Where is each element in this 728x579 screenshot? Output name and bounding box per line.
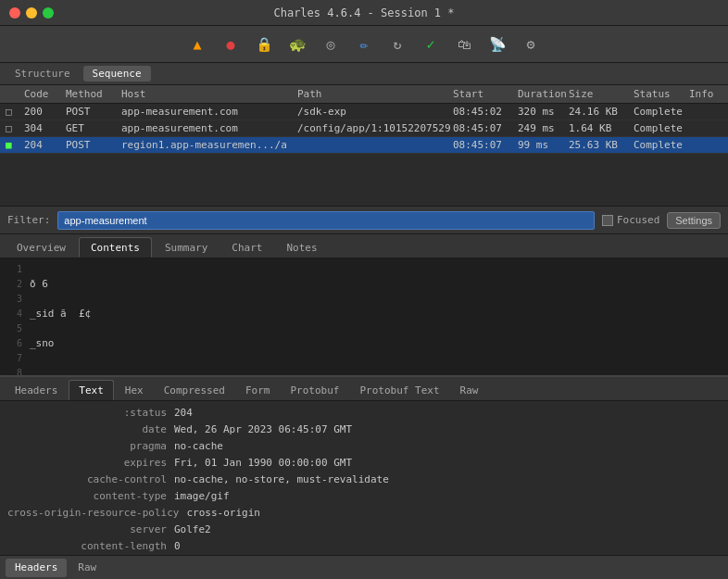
tab-text[interactable]: Text [69, 380, 114, 400]
row-icon: □ [4, 106, 22, 118]
response-row: cross-origin-resource-policy cross-origi… [7, 505, 721, 522]
footer-tab-raw[interactable]: Raw [69, 559, 106, 577]
response-value: image/gif [174, 488, 230, 505]
tab-notes[interactable]: Notes [275, 237, 328, 258]
tab-overview[interactable]: Overview [6, 237, 77, 258]
row-start: 08:45:07 [451, 122, 516, 134]
gear-icon[interactable]: ⚙ [521, 34, 541, 55]
tab-contents[interactable]: Contents [79, 237, 152, 258]
row-start: 08:45:07 [451, 139, 516, 151]
line-number: 4 [0, 307, 30, 321]
tab-sequence[interactable]: Sequence [83, 66, 151, 82]
response-key: :status [7, 405, 174, 422]
response-value: no-cache, no-store, must-revalidate [174, 472, 389, 488]
bag-icon[interactable]: 🛍 [454, 34, 474, 55]
row-code: 200 [22, 106, 64, 118]
table-row[interactable]: □ 304 GET app-measurement.com /config/ap… [0, 120, 728, 137]
table-header: Code Method Host Path Start Duration Siz… [0, 85, 728, 104]
response-value: 0 [174, 538, 181, 555]
tab-protobuf-text[interactable]: Protobuf Text [350, 380, 448, 400]
line-content [30, 321, 728, 336]
row-status: Complete [632, 106, 687, 118]
tab-headers[interactable]: Headers [6, 380, 67, 400]
code-line: 4 _sid ã £¢ [0, 307, 728, 321]
turtle-icon[interactable]: 🐢 [287, 34, 308, 55]
code-line: 8 [0, 366, 728, 375]
tab-hex[interactable]: Hex [116, 380, 153, 400]
main-layout: Structure Sequence Code Method Host Path… [0, 63, 728, 579]
filter-label: Filter: [7, 214, 50, 226]
refresh-icon[interactable]: ↻ [387, 34, 408, 55]
response-row: pragma no-cache [7, 438, 721, 455]
tab-raw[interactable]: Raw [451, 380, 488, 400]
pen-icon[interactable]: ✏ [354, 34, 374, 55]
tab-compressed[interactable]: Compressed [155, 380, 234, 400]
lock-icon[interactable]: 🔒 [254, 34, 274, 55]
line-content: _sid ã £¢ [30, 307, 728, 321]
settings-button[interactable]: Settings [667, 212, 721, 229]
row-icon: □ [4, 122, 22, 134]
row-duration: 99 ms [516, 139, 567, 151]
row-duration: 320 ms [516, 106, 567, 118]
col-path: Path [295, 88, 451, 100]
code-line: 5 [0, 321, 728, 336]
response-key: content-type [7, 488, 174, 505]
window-controls[interactable] [9, 7, 54, 19]
row-host: region1.app-measuremen.../a [119, 139, 295, 151]
tab-structure[interactable]: Structure [6, 66, 80, 82]
table-row[interactable]: ■ 204 POST region1.app-measuremen.../a 0… [0, 137, 728, 154]
response-row: server Golfe2 [7, 522, 721, 538]
response-row: :status 204 [7, 405, 721, 422]
footer-tabs: Headers Raw [0, 555, 728, 579]
row-duration: 249 ms [516, 122, 567, 134]
focused-option: Focused [602, 214, 659, 226]
line-number: 7 [0, 351, 30, 366]
row-path: /sdk-exp [295, 106, 451, 118]
row-method: POST [64, 106, 119, 118]
col-duration: Duration [516, 88, 567, 100]
view-tabs: Structure Sequence [0, 63, 728, 85]
table-row[interactable]: □ 200 POST app-measurement.com /sdk-exp … [0, 104, 728, 120]
response-row: content-type image/gif [7, 488, 721, 505]
row-size: 24.16 KB [567, 106, 632, 118]
content-tabs: Overview Contents Summary Chart Notes [0, 234, 728, 258]
code-line: 1 [0, 262, 728, 277]
footer-tab-headers[interactable]: Headers [6, 559, 67, 577]
response-value: Golfe2 [174, 522, 211, 538]
row-size: 1.64 KB [567, 122, 632, 134]
response-key: pragma [7, 438, 174, 455]
window-title: Charles 4.6.4 - Session 1 * [273, 6, 454, 19]
antenna-icon[interactable]: 📡 [487, 34, 508, 55]
row-size: 25.63 KB [567, 139, 632, 151]
arrow-up-icon[interactable]: ▲ [187, 34, 207, 55]
response-value: no-cache [174, 438, 223, 455]
table-body: □ 200 POST app-measurement.com /sdk-exp … [0, 104, 728, 154]
filter-input[interactable] [57, 211, 595, 230]
content-area: 1 2 ð 6 3 4 _sid ã £¢ 5 6 _sno [0, 258, 728, 375]
close-button[interactable] [9, 7, 20, 19]
row-code: 304 [22, 122, 64, 134]
focused-checkbox[interactable] [602, 215, 613, 226]
line-number: 2 [0, 277, 30, 292]
minimize-button[interactable] [26, 7, 37, 19]
code-line: 2 ð 6 [0, 277, 728, 292]
line-content: ð 6 [30, 277, 728, 292]
circle-icon[interactable]: ◎ [320, 34, 341, 55]
tab-summary[interactable]: Summary [154, 237, 219, 258]
tab-protobuf[interactable]: Protobuf [281, 380, 348, 400]
response-key: expires [7, 455, 174, 472]
tab-chart[interactable]: Chart [220, 237, 273, 258]
check-icon[interactable]: ✓ [420, 34, 441, 55]
maximize-button[interactable] [43, 7, 54, 19]
row-icon: ■ [4, 139, 22, 151]
line-content [30, 366, 728, 375]
record-icon[interactable]: ● [220, 34, 241, 55]
response-key: content-length [7, 538, 174, 555]
col-method: Method [64, 88, 119, 100]
response-value: 204 [174, 405, 193, 422]
line-content [30, 262, 728, 277]
row-status: Complete [632, 122, 687, 134]
response-row: expires Fri, 01 Jan 1990 00:00:00 GMT [7, 455, 721, 472]
titlebar: Charles 4.6.4 - Session 1 * [0, 0, 728, 26]
tab-form[interactable]: Form [236, 380, 280, 400]
